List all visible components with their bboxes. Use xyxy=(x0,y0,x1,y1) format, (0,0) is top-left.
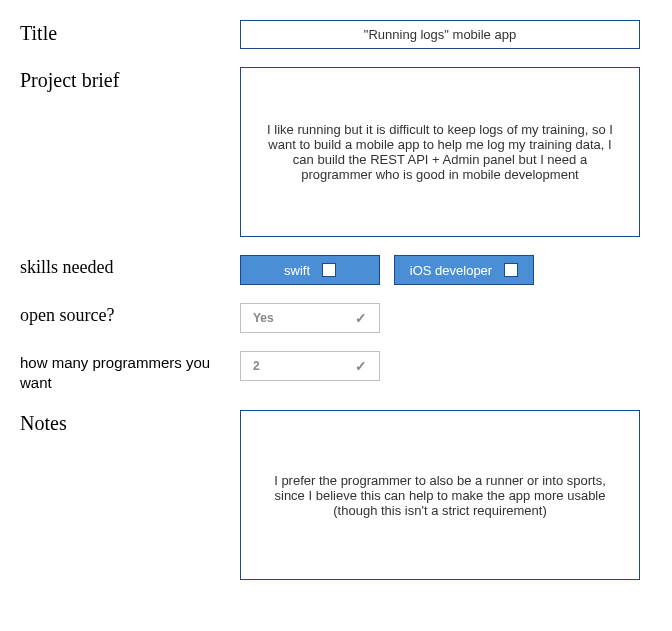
open-source-select[interactable]: Yes ✓ xyxy=(240,303,380,333)
check-icon: ✓ xyxy=(355,310,367,326)
notes-label: Notes xyxy=(20,410,240,435)
programmers-value: 2 xyxy=(253,359,260,373)
project-brief-label: Project brief xyxy=(20,67,240,92)
skill-label: iOS developer xyxy=(410,263,492,278)
skills-needed-label: skills needed xyxy=(20,255,240,278)
programmers-label: how many programmers you want xyxy=(20,351,240,392)
notes-text: I prefer the programmer to also be a run… xyxy=(261,473,619,518)
open-source-value: Yes xyxy=(253,311,274,325)
skill-chip-swift[interactable]: swift xyxy=(240,255,380,285)
project-brief-textarea[interactable]: I like running but it is difficult to ke… xyxy=(240,67,640,237)
project-brief-text: I like running but it is difficult to ke… xyxy=(261,122,619,182)
skill-chip-ios-developer[interactable]: iOS developer xyxy=(394,255,534,285)
open-source-label: open source? xyxy=(20,303,240,326)
title-label: Title xyxy=(20,20,240,45)
title-input[interactable]: "Running logs" mobile app xyxy=(240,20,640,49)
skill-label: swift xyxy=(284,263,310,278)
check-icon: ✓ xyxy=(355,358,367,374)
programmers-select[interactable]: 2 ✓ xyxy=(240,351,380,381)
notes-textarea[interactable]: I prefer the programmer to also be a run… xyxy=(240,410,640,580)
skill-checkbox-icon[interactable] xyxy=(504,263,518,277)
skill-checkbox-icon[interactable] xyxy=(322,263,336,277)
